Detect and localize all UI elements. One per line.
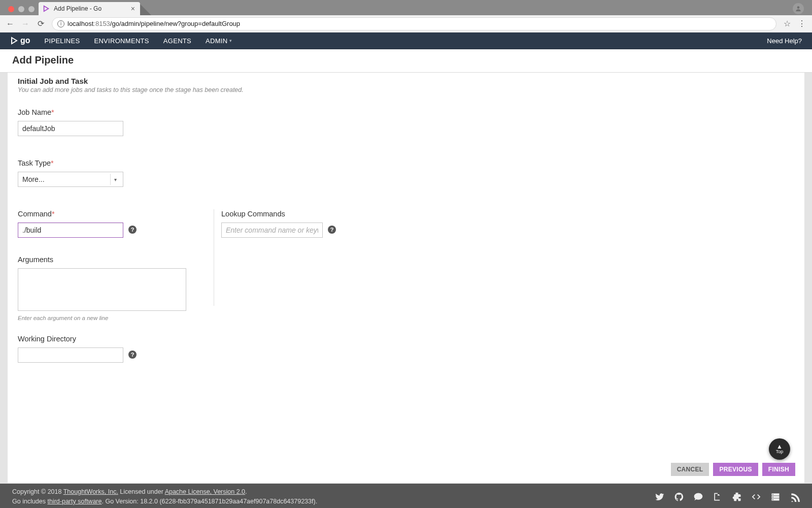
tab-close-icon[interactable]: ×	[131, 5, 135, 13]
url-field[interactable]: i localhost:8153/go/admin/pipeline/new?g…	[52, 17, 776, 30]
server-icon[interactable]	[770, 492, 781, 502]
chevron-down-icon: ▾	[229, 38, 232, 43]
command-input[interactable]	[18, 223, 123, 238]
command-label: Command*	[18, 210, 55, 218]
bookmark-icon[interactable]: ☆	[784, 19, 791, 28]
profile-icon[interactable]	[793, 3, 804, 14]
minimize-window-icon[interactable]	[18, 6, 24, 12]
tab-title: Add Pipeline - Go	[54, 5, 101, 12]
wizard-card: Initial Job and Task You can add more jo…	[7, 73, 805, 484]
field-lookup-commands: Lookup Commands ?	[214, 209, 336, 306]
arguments-hint: Enter each argument on a new line	[18, 315, 200, 321]
page-title: Add Pipeline	[12, 54, 800, 66]
section-title: Initial Job and Task	[18, 77, 794, 85]
help-icon[interactable]: ?	[328, 226, 336, 234]
rss-icon[interactable]	[790, 492, 800, 502]
arguments-textarea[interactable]	[18, 268, 186, 311]
required-marker: *	[51, 159, 54, 167]
working-directory-input[interactable]	[18, 347, 123, 363]
lookup-commands-input[interactable]	[221, 223, 323, 238]
window-controls	[4, 6, 39, 15]
field-working-directory: Working Directory ?	[18, 334, 200, 363]
page-header: Add Pipeline	[0, 49, 812, 73]
browser-tab[interactable]: Add Pipeline - Go ×	[39, 2, 140, 15]
maximize-window-icon[interactable]	[28, 6, 35, 12]
thoughtworks-link[interactable]: ThoughtWorks, Inc.	[63, 488, 118, 495]
docs-icon[interactable]	[713, 492, 723, 502]
previous-button[interactable]: PREVIOUS	[713, 463, 758, 476]
task-type-label: Task Type*	[18, 159, 54, 167]
help-icon[interactable]: ?	[128, 226, 137, 234]
site-info-icon[interactable]: i	[57, 20, 64, 27]
chat-icon[interactable]	[693, 492, 703, 502]
field-arguments: Arguments Enter each argument on a new l…	[18, 255, 200, 321]
api-icon[interactable]	[751, 492, 761, 502]
field-command: Command* ?	[18, 209, 200, 238]
github-icon[interactable]	[674, 492, 684, 502]
finish-button[interactable]: FINISH	[762, 463, 795, 476]
browser-menu-icon[interactable]: ⋮	[798, 19, 806, 28]
job-name-label: Job Name*	[18, 108, 54, 116]
svg-marker-2	[12, 38, 17, 44]
scroll-to-top-button[interactable]: ▲ Top	[769, 438, 790, 460]
app-footer: Copyright © 2018 ThoughtWorks, Inc. Lice…	[0, 484, 812, 508]
tab-favicon	[43, 5, 50, 12]
required-marker: *	[52, 210, 55, 218]
arrow-up-icon: ▲	[776, 444, 783, 449]
help-icon[interactable]: ?	[128, 351, 137, 359]
nav-environments[interactable]: ENVIRONMENTS	[94, 37, 149, 45]
third-party-link[interactable]: third-party software	[47, 498, 101, 505]
svg-marker-0	[44, 6, 49, 12]
back-icon[interactable]: ←	[6, 19, 14, 28]
twitter-icon[interactable]	[655, 492, 665, 502]
svg-point-1	[797, 6, 800, 9]
forward-icon: →	[21, 19, 29, 28]
browser-chrome: Add Pipeline - Go × ← → ⟳ i localhost:81…	[0, 0, 812, 33]
task-type-select[interactable]: More...	[18, 172, 123, 187]
required-marker: *	[51, 108, 54, 116]
arguments-label: Arguments	[18, 256, 53, 264]
go-logo[interactable]: go	[10, 36, 30, 45]
url-text: localhost:8153/go/admin/pipeline/new?gro…	[67, 20, 240, 27]
nav-agents[interactable]: AGENTS	[163, 37, 191, 45]
content-area: Initial Job and Task You can add more jo…	[0, 73, 812, 484]
working-directory-label: Working Directory	[18, 335, 76, 343]
wizard-actions: CANCEL PREVIOUS FINISH	[671, 463, 795, 476]
new-tab-affordance[interactable]	[140, 4, 151, 15]
cancel-button[interactable]: CANCEL	[671, 463, 709, 476]
footer-icons	[655, 492, 800, 502]
need-help-link[interactable]: Need Help?	[767, 37, 802, 45]
field-task-type: Task Type* More... ▾	[18, 158, 794, 187]
reload-icon[interactable]: ⟳	[37, 19, 45, 28]
field-job-name: Job Name*	[18, 108, 794, 136]
nav-admin[interactable]: ADMIN▾	[206, 37, 232, 45]
tab-strip: Add Pipeline - Go ×	[0, 0, 812, 15]
app-navbar: go PIPELINES ENVIRONMENTS AGENTS ADMIN▾ …	[0, 33, 812, 49]
address-bar: ← → ⟳ i localhost:8153/go/admin/pipeline…	[0, 15, 812, 33]
nav-pipelines[interactable]: PIPELINES	[45, 37, 80, 45]
job-name-input[interactable]	[18, 121, 123, 136]
apache-license-link[interactable]: Apache License, Version 2.0	[165, 488, 245, 495]
section-subtitle: You can add more jobs and tasks to this …	[18, 86, 794, 93]
close-window-icon[interactable]	[8, 6, 14, 12]
footer-text: Copyright © 2018 ThoughtWorks, Inc. Lice…	[12, 487, 317, 506]
lookup-commands-label: Lookup Commands	[221, 210, 285, 218]
plugins-icon[interactable]	[732, 492, 742, 502]
